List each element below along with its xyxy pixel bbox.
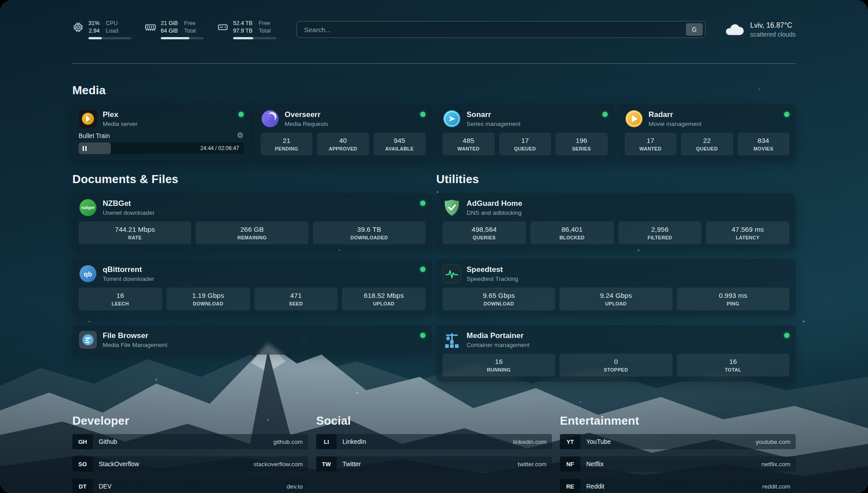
card-speedtest[interactable]: Speedtest Speedtest Tracking 9.65 Gbps D…	[436, 259, 796, 316]
stat-box: 196 SERIES	[555, 133, 608, 155]
bookmark-url: dev.to	[287, 483, 303, 490]
cpu-label: CPU	[106, 20, 118, 27]
bookmark-abbr: NF	[560, 456, 580, 472]
social-column: Social LI LinkedIn linkedin.com TW Twitt…	[316, 414, 552, 493]
bookmark-stackoverflow[interactable]: SO StackOverflow stackoverflow.com	[72, 456, 308, 472]
app-title: Plex	[103, 110, 233, 119]
stat-label: RATE	[128, 235, 142, 240]
stat-box: 9.24 Gbps UPLOAD	[559, 288, 672, 310]
section-title-documents: Documents & Files	[72, 172, 432, 186]
card-portainer[interactable]: Media Portainer Container management 16 …	[436, 325, 796, 382]
playback-time: 24:44 / 02:06:47	[200, 145, 239, 151]
bookmark-youtube[interactable]: YT YouTube youtube.com	[560, 434, 796, 449]
cpu-load-label: Load	[106, 27, 118, 35]
card-radarr[interactable]: Radarr Movie management 17 WANTED 22 QUE…	[618, 104, 796, 161]
playback-progress-bar[interactable]: 24:44 / 02:06:47	[79, 142, 244, 154]
sonarr-icon	[442, 109, 461, 128]
stat-box: 471 SEED	[255, 288, 338, 310]
card-plex[interactable]: Plex Media server Bullet Train ⚙ 24:44 /…	[72, 104, 250, 161]
search-engine-button[interactable]: G	[686, 23, 703, 36]
app-subtitle: Usenet downloader	[103, 209, 415, 216]
bookmark-github[interactable]: GH Github github.com	[72, 434, 308, 449]
cpu-usage-value: 31%	[88, 20, 100, 27]
ram-metric: 21 GiB 64 GiB Free Total	[145, 20, 204, 40]
card-qbittorrent[interactable]: qb qBittorrent Torrent downloader 16 LEE…	[72, 259, 432, 316]
stat-box: 266 GB REMAINING	[196, 221, 308, 244]
stat-value: 9.65 Gbps	[483, 292, 515, 300]
bookmark-name: Netflix	[586, 460, 604, 468]
bookmark-netflix[interactable]: NF Netflix netflix.com	[560, 456, 796, 472]
stat-label: STOPPED	[604, 367, 628, 372]
bookmark-abbr: RE	[560, 479, 580, 493]
stat-box: 40 APPROVED	[317, 133, 369, 155]
stat-value: 0.993 ms	[719, 292, 747, 300]
stat-value: 17	[647, 137, 654, 145]
app-title: AdGuard Home	[467, 199, 789, 208]
bookmark-name: Twitter	[342, 460, 361, 468]
disk-total-label: Total	[259, 27, 271, 35]
bookmark-name: StackOverflow	[99, 460, 139, 468]
overseerr-icon	[261, 109, 280, 128]
bookmark-name: LinkedIn	[342, 438, 366, 445]
weather-location: Lviv, 16.87°C	[750, 21, 796, 29]
svg-text:qb: qb	[84, 270, 92, 278]
gear-icon[interactable]: ⚙	[237, 132, 243, 139]
topbar-divider	[72, 63, 796, 64]
stat-box: 47.569 ms LATENCY	[706, 221, 789, 244]
app-title: Sonarr	[467, 110, 597, 119]
section-title-utilities: Utilities	[436, 172, 796, 186]
bookmark-name: DEV	[99, 483, 112, 490]
stat-box: 744.21 Mbps RATE	[79, 221, 191, 244]
section-title-media: Media	[72, 84, 796, 97]
stat-label: SEED	[289, 301, 303, 306]
stat-box: 1.19 Gbps DOWNLOAD	[167, 288, 250, 310]
app-subtitle: DNS and adblocking	[467, 209, 789, 216]
nzbget-icon: nzbget	[79, 198, 97, 217]
ram-progress-bar	[161, 37, 204, 39]
stat-box: 16 RUNNING	[442, 354, 555, 376]
app-subtitle: Movie management	[649, 121, 779, 127]
stat-box: 86,401 BLOCKED	[530, 221, 614, 244]
stat-label: BLOCKED	[559, 235, 585, 240]
card-nzbget[interactable]: nzbget NZBGet Usenet downloader 744.21 M…	[72, 193, 432, 250]
pause-icon[interactable]	[83, 146, 87, 151]
radarr-icon	[625, 109, 643, 128]
stat-label: SERIES	[572, 146, 591, 151]
stat-value: 47.569 ms	[731, 226, 764, 234]
utilities-column: Utilities AdGuard	[436, 172, 796, 382]
stat-value: 40	[339, 137, 347, 145]
stat-label: QUERIES	[473, 235, 496, 240]
app-title: Radarr	[649, 110, 779, 119]
card-adguard[interactable]: AdGuard Home DNS and adblocking 498,564 …	[436, 193, 796, 250]
app-title: qBittorrent	[103, 265, 415, 274]
status-dot	[420, 267, 426, 272]
disk-progress-bar	[233, 37, 276, 39]
stat-box: 16 TOTAL	[677, 354, 789, 376]
app-subtitle: Speedtest Tracking	[467, 276, 789, 282]
status-dot	[420, 112, 426, 117]
app-title: Overseerr	[285, 110, 415, 119]
section-title-social: Social	[316, 414, 552, 428]
stat-value: 86,401	[561, 226, 582, 234]
stat-value: 17	[521, 137, 529, 145]
stat-box: 17 QUEUED	[499, 133, 551, 155]
bookmark-reddit[interactable]: RE Reddit reddit.com	[560, 479, 796, 493]
bookmark-twitter[interactable]: TW Twitter twitter.com	[316, 456, 552, 472]
section-title-entertainment: Entertainment	[560, 414, 796, 428]
app-title: NZBGet	[103, 199, 415, 208]
disk-icon	[217, 21, 229, 33]
search-input[interactable]	[304, 26, 686, 33]
bookmark-name: Github	[99, 438, 117, 445]
stat-label: UPLOAD	[605, 301, 626, 306]
stat-label: QUEUED	[514, 146, 536, 151]
documents-column: Documents & Files nzbget	[72, 172, 432, 355]
stat-label: LEECH	[112, 301, 129, 306]
card-sonarr[interactable]: Sonarr Series management 485 WANTED 17 Q…	[436, 104, 614, 161]
card-filebrowser[interactable]: File Browser Media File Management	[72, 325, 432, 355]
entertainment-column: Entertainment YT YouTube youtube.com NF …	[560, 414, 796, 493]
bookmark-linkedin[interactable]: LI LinkedIn linkedin.com	[316, 434, 552, 449]
card-overseerr[interactable]: Overseerr Media Requests 21 PENDING 40 A…	[255, 104, 432, 161]
bookmark-name: YouTube	[586, 438, 611, 445]
stat-label: UPLOAD	[373, 301, 395, 306]
bookmark-dev[interactable]: DT DEV dev.to	[72, 479, 308, 493]
